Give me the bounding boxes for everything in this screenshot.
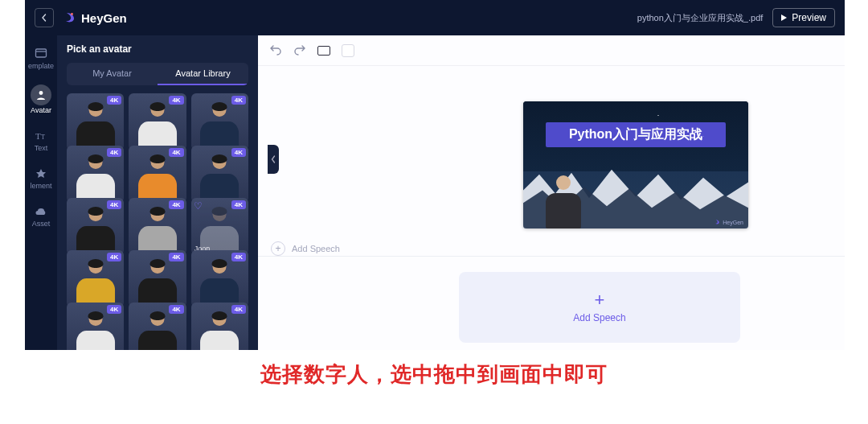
4k-badge: 4K [107, 148, 121, 157]
slide-preview[interactable]: Python入门与应用实战 HeyGen [523, 101, 748, 228]
4k-badge: 4K [169, 96, 183, 105]
rail-item-asset[interactable]: Asset [32, 204, 51, 228]
left-rail: emplate Avatar TT Text lement Asset [25, 35, 57, 350]
asset-icon [34, 204, 48, 219]
logo: HeyGen [62, 10, 127, 25]
4k-badge: 4K [169, 305, 183, 314]
avatar-tile[interactable]: 4K♡Joon [191, 198, 248, 255]
play-icon [781, 14, 787, 21]
svg-rect-1 [36, 49, 47, 57]
divider [258, 256, 845, 257]
panel-collapse-handle[interactable] [268, 145, 279, 174]
plus-icon: + [271, 241, 285, 256]
svg-marker-6 [36, 169, 46, 178]
svg-point-3 [39, 91, 43, 95]
add-speech-inline[interactable]: + Add Speech [258, 241, 340, 256]
avatar-tile[interactable]: 4K [129, 303, 186, 350]
instruction-text: 选择数字人，选中拖中到画面中即可 [0, 360, 868, 389]
4k-badge: 4K [107, 253, 121, 261]
avatar-tile[interactable]: 4K [67, 250, 124, 307]
4k-badge: 4K [231, 148, 246, 157]
rail-label: emplate [28, 63, 54, 70]
avatar-grid: 4K4K4K4K4K4K4K4K4K♡Joon4K4K4K4K4K4K [67, 93, 248, 350]
4k-badge: 4K [231, 96, 246, 105]
chevron-left-icon [40, 14, 48, 22]
canvas-area[interactable]: Python入门与应用实战 HeyGen + Add Speech [258, 66, 845, 350]
4k-badge: 4K [231, 305, 246, 314]
canvas-toolbar [258, 35, 845, 66]
rail-item-element[interactable]: lement [30, 167, 51, 190]
rail-label: Avatar [31, 107, 51, 114]
avatar-tile[interactable]: 4K [67, 198, 124, 255]
element-icon [34, 167, 48, 181]
avatar-tile[interactable]: 4K [67, 303, 124, 350]
4k-badge: 4K [231, 200, 246, 209]
add-speech-card[interactable]: + Add Speech [459, 272, 740, 343]
undo-button[interactable] [269, 44, 282, 57]
aspect-button[interactable] [317, 44, 330, 57]
4k-badge: 4K [107, 305, 121, 314]
avatar-panel: Pick an avatar My Avatar Avatar Library … [57, 35, 258, 350]
logo-text: HeyGen [81, 11, 127, 25]
rail-item-avatar[interactable]: Avatar [31, 84, 51, 114]
topbar: HeyGen python入门与企业应用实战_.pdf Preview [25, 0, 845, 35]
rail-label: Text [35, 145, 48, 152]
back-button[interactable] [35, 8, 54, 27]
rail-label: Asset [32, 220, 51, 228]
chevron-left-icon [270, 155, 276, 163]
tab-avatar-library[interactable]: Avatar Library [158, 63, 248, 85]
avatar-tile[interactable]: 4K [191, 93, 248, 150]
avatar-tile[interactable]: 4K [191, 303, 248, 350]
avatar-icon [34, 88, 48, 102]
slide-presenter [544, 171, 583, 228]
avatar-tile[interactable]: 4K [191, 146, 248, 203]
add-speech-card-label: Add Speech [573, 312, 625, 323]
template-icon [34, 47, 48, 61]
plus-icon: + [595, 291, 605, 309]
preview-button[interactable]: Preview [772, 8, 835, 27]
avatar-tile[interactable]: 4K [129, 250, 186, 307]
avatar-tile[interactable]: 4K [129, 93, 186, 150]
panel-title: Pick an avatar [67, 43, 248, 55]
redo-button[interactable] [293, 44, 306, 57]
heart-icon[interactable]: ♡ [194, 200, 203, 212]
document-name: python入门与企业应用实战_.pdf [637, 12, 764, 24]
rail-item-text[interactable]: TT Text [34, 129, 48, 152]
avatar-tile[interactable]: 4K [129, 198, 186, 255]
rail-label: lement [30, 183, 51, 190]
4k-badge: 4K [169, 253, 183, 261]
avatar-tile[interactable]: 4K [191, 250, 248, 307]
rail-item-template[interactable]: emplate [28, 47, 54, 70]
avatar-tile[interactable]: 4K [129, 146, 186, 203]
tab-my-avatar[interactable]: My Avatar [67, 63, 158, 85]
avatar-tabs: My Avatar Avatar Library [67, 63, 248, 85]
add-speech-inline-label: Add Speech [292, 244, 340, 253]
avatar-tile[interactable]: 4K [67, 146, 124, 203]
white-square-icon [342, 44, 354, 57]
logo-mark-icon [62, 10, 76, 25]
color-button[interactable] [342, 44, 354, 57]
canvas-column: Python入门与应用实战 HeyGen + Add Speech [258, 35, 845, 350]
slide-brand: HeyGen [714, 219, 743, 225]
avatar-tile[interactable]: 4K [67, 93, 124, 150]
preview-label: Preview [792, 12, 826, 23]
4k-badge: 4K [107, 200, 121, 209]
svg-text:T: T [41, 134, 45, 141]
4k-badge: 4K [169, 200, 183, 209]
text-icon: TT [34, 129, 48, 143]
4k-badge: 4K [231, 253, 246, 261]
svg-text:T: T [35, 131, 41, 141]
svg-point-0 [71, 13, 73, 15]
slide-title: Python入门与应用实战 [546, 122, 726, 147]
4k-badge: 4K [107, 96, 121, 105]
aspect-icon [317, 46, 330, 56]
4k-badge: 4K [169, 148, 183, 157]
